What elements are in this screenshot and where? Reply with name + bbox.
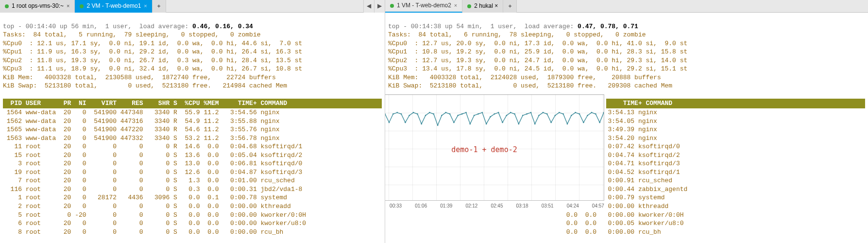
svg-point-35 — [506, 115, 508, 116]
svg-point-34 — [502, 122, 503, 123]
top-header-line: top - 00:14:38 up 54 min, 1 user, load a… — [388, 23, 578, 30]
close-icon[interactable]: × — [144, 2, 147, 10]
tab-vm-demo1[interactable]: 2 VM - T-web-demo1 × — [75, 0, 152, 13]
svg-point-29 — [482, 112, 483, 113]
table-row: 116 root 20 0 0 0 0 S 0.3 0.0 0:00.31 jb… — [3, 185, 382, 194]
x-tick: 04:57 — [592, 203, 604, 210]
tab-vm-demo2[interactable]: 1 VM - T-web-demo2 × — [385, 0, 462, 13]
close-icon[interactable]: × — [454, 2, 457, 9]
svg-point-23 — [457, 115, 459, 116]
svg-point-10 — [405, 122, 406, 123]
svg-point-24 — [461, 113, 463, 115]
cpu1-line: %Cpu1 : 10.8 us, 19.2 sy, 0.0 ni, 25.9 i… — [388, 48, 687, 55]
table-row: 1563 www-data 20 0 541900 447332 3340 S … — [3, 134, 382, 143]
svg-point-46 — [550, 122, 552, 123]
svg-point-43 — [538, 115, 540, 116]
status-dot-icon — [80, 4, 84, 8]
table-row: 0.0 0.0 0:00.00 kworker/0:0H — [388, 211, 865, 220]
svg-point-30 — [486, 123, 487, 125]
tasks-line: Tasks: 84 total, 6 running, 78 sleeping,… — [388, 31, 646, 38]
load-average: 0.46, 0.16, 0.34 — [192, 23, 253, 30]
table-row: 1562 www-data 20 0 541900 447316 3340 R … — [3, 117, 382, 126]
top-header-line: top - 00:14:40 up 56 min, 1 user, load a… — [3, 23, 192, 30]
svg-point-28 — [477, 113, 479, 115]
svg-point-6 — [389, 122, 390, 123]
x-tick: 02:45 — [491, 203, 503, 210]
svg-point-20 — [445, 112, 446, 113]
cpu0-line: %Cpu0 : 12.1 us, 17.1 sy, 0.0 ni, 19.1 i… — [3, 40, 302, 47]
left-terminal[interactable]: top - 00:14:40 up 56 min, 1 user, load a… — [0, 13, 385, 239]
table-row: 19 root 20 0 0 0 0 S 12.6 0.0 0:04.87 ks… — [3, 168, 382, 177]
cpu2-line: %Cpu2 : 12.7 us, 19.3 sy, 0.0 ni, 24.7 i… — [388, 57, 687, 64]
tab-hukal[interactable]: 2 hukal × — [462, 0, 503, 13]
load-average: 0.47, 0.78, 0.71 — [578, 23, 638, 30]
svg-point-8 — [396, 112, 398, 113]
cpu3-line: %Cpu3 : 11.1 us, 18.9 sy, 0.0 ni, 32.4 i… — [3, 65, 302, 72]
svg-point-45 — [546, 113, 548, 115]
table-row: 15 root 20 0 0 0 0 S 13.6 0.0 0:05.04 ks… — [3, 151, 382, 160]
x-tick: 01:39 — [440, 203, 452, 210]
tab-label: 2 hukal × — [474, 2, 498, 10]
svg-point-38 — [518, 123, 520, 125]
x-tick: 01:06 — [415, 203, 427, 210]
new-tab-button[interactable]: ＋ — [153, 0, 166, 13]
svg-point-37 — [514, 113, 515, 115]
svg-point-53 — [579, 113, 580, 115]
table-row: 7 root 20 0 0 0 0 S 1.3 0.0 0:01.00 rcu_… — [3, 176, 382, 185]
table-row: 11 root 20 0 0 0 0 R 14.6 0.0 0:04.68 ks… — [3, 142, 382, 151]
close-icon[interactable]: × — [67, 2, 69, 10]
chart-annotation: demo-1 + demo-2 — [451, 145, 517, 155]
svg-point-14 — [421, 123, 422, 125]
svg-point-42 — [534, 123, 536, 125]
left-pane: 1 root ops-vms-30:~ × 2 VM - T-web-demo1… — [0, 0, 385, 243]
x-tick: 04:24 — [567, 203, 579, 210]
svg-point-16 — [429, 112, 430, 113]
svg-point-41 — [530, 112, 532, 113]
right-tabbar: 1 VM - T-web-demo2 × 2 hukal × ＋ — [385, 0, 868, 13]
svg-point-55 — [587, 115, 588, 116]
svg-point-33 — [498, 112, 499, 113]
cpu1-line: %Cpu1 : 11.9 us, 16.3 sy, 0.0 ni, 29.2 i… — [3, 48, 302, 55]
svg-point-49 — [562, 113, 564, 115]
table-row: 6 root 20 0 0 0 0 S 0.0 0.0 0:00.00 kwor… — [3, 219, 382, 228]
tab-root-ops[interactable]: 1 root ops-vms-30:~ × — [0, 0, 75, 13]
mem-line: KiB Mem: 4003328 total, 2130588 used, 18… — [3, 74, 276, 81]
mem-line: KiB Mem: 4003328 total, 2124028 used, 18… — [388, 74, 661, 81]
table-row: 1 root 20 0 28172 4436 3096 S 0.0 0.1 0:… — [3, 193, 382, 202]
table-row: 8 root 20 0 0 0 0 S 0.0 0.0 0:00.00 rcu_… — [3, 228, 382, 237]
new-tab-button[interactable]: ＋ — [503, 0, 517, 13]
tab-scroll-left-icon[interactable]: ◀ — [363, 0, 374, 13]
svg-point-11 — [408, 115, 410, 116]
table-row: 0.0 0.0 0:00.00 rcu_bh — [388, 228, 865, 237]
tab-scroll-right-icon[interactable]: ▶ — [374, 0, 385, 13]
svg-point-52 — [575, 112, 576, 113]
table-row: 0.0 0.0 0:00.05 kworker/u8:0 — [388, 219, 865, 228]
swap-line: KiB Swap: 5213180 total, 0 used, 5213180… — [3, 82, 287, 89]
svg-point-36 — [510, 112, 511, 113]
svg-point-58 — [599, 122, 600, 123]
svg-point-40 — [526, 113, 528, 115]
svg-point-21 — [449, 113, 451, 115]
status-dot-icon — [5, 4, 9, 8]
chart-x-axis: 00:0000:3301:0601:3902:1202:4503:1803:51… — [385, 203, 604, 210]
svg-point-27 — [474, 115, 475, 116]
swap-line: KiB Swap: 5213180 total, 0 used, 5213180… — [388, 82, 672, 89]
table-row: 1564 www-data 20 0 541900 447348 3340 R … — [3, 108, 382, 117]
cpu3-line: %Cpu3 : 13.4 us, 17.8 sy, 0.0 ni, 24.5 i… — [388, 65, 687, 72]
tasks-line: Tasks: 84 total, 5 running, 79 sleeping,… — [3, 31, 261, 38]
tab-label: 1 root ops-vms-30:~ — [12, 2, 64, 10]
svg-point-32 — [494, 113, 495, 115]
svg-point-54 — [583, 122, 584, 123]
x-tick: 03:18 — [516, 203, 528, 210]
svg-point-17 — [433, 113, 434, 115]
svg-point-48 — [559, 112, 560, 113]
cpu0-line: %Cpu0 : 12.7 us, 20.0 sy, 0.0 ni, 17.3 i… — [388, 40, 687, 47]
cpu2-line: %Cpu2 : 11.8 us, 19.3 sy, 0.0 ni, 26.7 i… — [3, 57, 302, 64]
right-pane: 1 VM - T-web-demo2 × 2 hukal × ＋ top - 0… — [385, 0, 868, 243]
svg-point-18 — [437, 125, 439, 126]
tab-label: 2 VM - T-web-demo1 — [86, 2, 141, 10]
svg-point-12 — [413, 112, 414, 113]
x-tick: 00:33 — [390, 203, 402, 210]
table-row: 1565 www-data 20 0 541900 447220 3340 R … — [3, 125, 382, 134]
svg-point-50 — [567, 123, 568, 125]
